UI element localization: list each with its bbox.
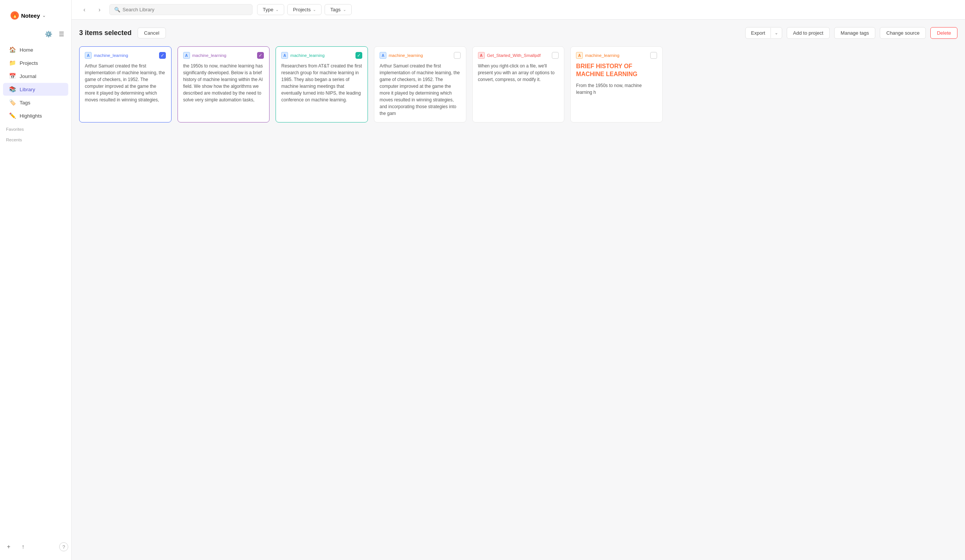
card-body: Arthur Samuel created the first implemen… <box>379 62 461 117</box>
card-heading: BRIEF HISTORY OF MACHINE LEARNING <box>576 62 657 78</box>
filter-chevron-icon: ⌄ <box>313 8 316 12</box>
card-tag: machine_learning <box>290 53 353 58</box>
journal-icon: 📅 <box>9 73 16 80</box>
filter-tags-button[interactable]: Tags ⌄ <box>325 4 351 15</box>
sidebar-item-projects[interactable]: 📁 Projects <box>3 57 68 69</box>
manage-tags-button[interactable]: Manage tags <box>834 27 875 39</box>
card-tag: machine_learning <box>192 53 255 58</box>
sidebar-item-label: Projects <box>20 60 38 66</box>
card-item[interactable]: A machine_learning ✓ Arthur Samuel creat… <box>79 46 172 122</box>
add-button[interactable]: + <box>3 541 14 552</box>
sidebar-item-tags[interactable]: 🏷️ Tags <box>3 96 68 109</box>
sidebar-item-label: Home <box>20 47 33 53</box>
selection-bar: 3 items selected Cancel Export ⌄ Add to … <box>79 27 957 39</box>
card-tag: machine_learning <box>585 53 648 58</box>
sidebar-item-journal[interactable]: 📅 Journal <box>3 70 68 83</box>
back-button[interactable]: ‹ <box>79 5 90 15</box>
sidebar-item-label: Library <box>20 87 35 92</box>
filter-label: Projects <box>293 7 311 12</box>
home-icon: 🏠 <box>9 46 16 53</box>
forward-button[interactable]: › <box>94 5 105 15</box>
card-tag: machine_learning <box>389 53 451 58</box>
sidebar-item-home[interactable]: 🏠 Home <box>3 43 68 56</box>
tags-icon: 🏷️ <box>9 99 16 106</box>
library-icon: 📚 <box>9 86 16 93</box>
card-header: A machine_learning ✓ <box>183 52 264 59</box>
selection-count: 3 items selected <box>79 29 132 37</box>
card-header: A Get_Started_With_Smallpdf <box>478 52 559 59</box>
card-item[interactable]: A Get_Started_With_Smallpdf When you rig… <box>472 46 565 122</box>
card-item[interactable]: A machine_learning BRIEF HISTORY OF MACH… <box>570 46 663 122</box>
topbar: ‹ › 🔍 Type ⌄Projects ⌄Tags ⌄ <box>72 0 965 20</box>
card-header: A machine_learning <box>379 52 461 59</box>
favorites-section: Favorites <box>0 122 71 133</box>
nav-items: 🏠 Home📁 Projects📅 Journal📚 Library🏷️ Tag… <box>0 43 71 122</box>
card-body: When you right-click on a file, we'll pr… <box>478 62 559 83</box>
help-button[interactable]: ? <box>59 542 68 551</box>
projects-icon: 📁 <box>9 60 16 66</box>
card-checkbox[interactable] <box>552 52 559 59</box>
card-header: A machine_learning ✓ <box>281 52 362 59</box>
export-chevron-button[interactable]: ⌄ <box>770 28 782 38</box>
card-item[interactable]: A machine_learning ✓ the 1950s to now, m… <box>178 46 270 122</box>
sidebar: 🔥 Noteey ⌄ ⚙️ ☰ 🏠 Home📁 Projects📅 Journa… <box>0 0 72 560</box>
card-grid: A machine_learning ✓ Arthur Samuel creat… <box>79 46 957 122</box>
search-box: 🔍 <box>109 4 253 15</box>
card-body: Researchers from AT&T created the first … <box>281 62 362 103</box>
logo-icon: 🔥 <box>11 11 19 20</box>
filter-label: Type <box>263 7 273 12</box>
upload-button[interactable]: ↑ <box>17 541 29 552</box>
filter-chevron-icon: ⌄ <box>343 8 346 12</box>
filter-projects-button[interactable]: Projects ⌄ <box>287 4 322 15</box>
main-area: ‹ › 🔍 Type ⌄Projects ⌄Tags ⌄ 3 items sel… <box>72 0 965 560</box>
logo-chevron: ⌄ <box>42 13 46 18</box>
card-header: A machine_learning ✓ <box>85 52 166 59</box>
sidebar-bottom: + ↑ ? <box>0 538 71 555</box>
filter-type-button[interactable]: Type ⌄ <box>257 4 284 15</box>
card-checkbox[interactable] <box>454 52 461 59</box>
sidebar-item-library[interactable]: 📚 Library <box>3 83 68 96</box>
card-checkbox[interactable]: ✓ <box>159 52 166 59</box>
export-button-group: Export ⌄ <box>745 27 782 39</box>
search-icon: 🔍 <box>114 7 120 12</box>
filter-label: Tags <box>330 7 340 12</box>
card-item[interactable]: A machine_learning Arthur Samuel created… <box>374 46 466 122</box>
filter-buttons: Type ⌄Projects ⌄Tags ⌄ <box>257 4 352 15</box>
card-type-icon: A <box>379 52 386 59</box>
export-button[interactable]: Export <box>746 28 770 38</box>
sidebar-toggle-button[interactable]: ☰ <box>56 29 67 39</box>
sidebar-item-label: Journal <box>20 73 36 79</box>
highlights-icon: ✏️ <box>9 112 16 119</box>
card-body: the 1950s to now, machine learning has s… <box>183 62 264 103</box>
card-checkbox[interactable]: ✓ <box>257 52 264 59</box>
settings-button[interactable]: ⚙️ <box>43 29 54 39</box>
card-body: From the 1950s to now, machine learning … <box>576 82 657 96</box>
card-tag: Get_Started_With_Smallpdf <box>487 53 550 58</box>
card-tag: machine_learning <box>94 53 157 58</box>
card-type-icon: A <box>281 52 288 59</box>
add-to-project-button[interactable]: Add to project <box>787 27 830 39</box>
app-name: Noteey <box>21 12 40 19</box>
search-input[interactable] <box>123 7 248 12</box>
change-source-button[interactable]: Change source <box>880 27 926 39</box>
card-header: A machine_learning <box>576 52 657 59</box>
cancel-button[interactable]: Cancel <box>137 28 165 38</box>
sidebar-item-label: Highlights <box>20 113 42 119</box>
sidebar-item-label: Tags <box>20 100 31 106</box>
card-type-icon: A <box>478 52 485 59</box>
card-item[interactable]: A machine_learning ✓ Researchers from AT… <box>276 46 368 122</box>
card-body: Arthur Samuel created the first implemen… <box>85 62 166 103</box>
card-checkbox[interactable]: ✓ <box>355 52 362 59</box>
sidebar-item-highlights[interactable]: ✏️ Highlights <box>3 109 68 122</box>
card-type-icon: A <box>183 52 190 59</box>
app-logo[interactable]: 🔥 Noteey ⌄ <box>5 8 52 26</box>
content-area: 3 items selected Cancel Export ⌄ Add to … <box>72 20 965 560</box>
card-type-icon: A <box>85 52 92 59</box>
filter-chevron-icon: ⌄ <box>276 8 278 12</box>
card-checkbox[interactable] <box>650 52 657 59</box>
card-type-icon: A <box>576 52 583 59</box>
delete-button[interactable]: Delete <box>930 27 957 39</box>
recents-section: Recents <box>0 133 71 144</box>
